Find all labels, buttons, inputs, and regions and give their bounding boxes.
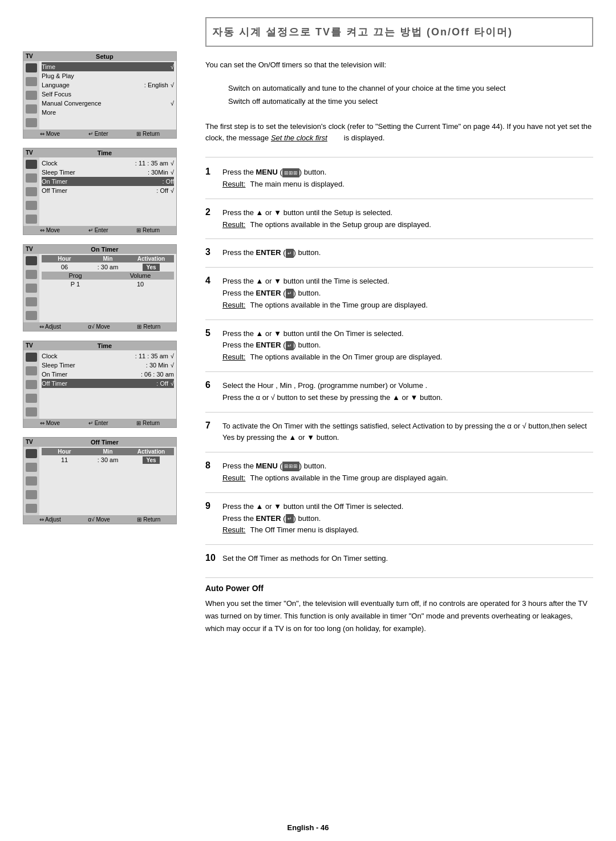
tv-offtimer-header: Hour Min Activation [42,448,174,455]
tv-row-language: Language : : EnglishEnglish √ [42,80,174,90]
tv-icon-4c [26,380,37,389]
divider-10 [205,544,593,545]
left-column: TV Setup Time √ Plug & Play [23,17,194,635]
tv-icon-5d [26,490,37,499]
tv-icon-3e [26,311,37,320]
tv-icon-1b [26,77,37,86]
tv-row2-ontimer: On Timer : 06 : 30 am [42,370,174,379]
tv-box-ontimer-title: TV On Timer [23,245,176,254]
tv-icon-2e [26,215,37,224]
tv-icon-2b [26,173,37,183]
tv-icon-4d [26,394,37,403]
auto-power-section: Auto Power Off When you set the timer "O… [205,577,593,635]
tv-row-sleep: Sleep Timer : 30Min √ [42,168,174,177]
tv-icon-5e [26,504,37,513]
tv-icon-2c [26,187,37,196]
tv-box-offtimer: TV Off Timer Hour Min Activation [23,437,177,524]
tv-icon-5b [26,463,37,472]
tv-box-offtimer-content: Hour Min Activation 11 : 30 am Yes [39,447,176,515]
intro-bullets: Switch on automatically and tune to the … [228,82,593,108]
tv-icon-2d [26,201,37,210]
tv-offtimer-data: 11 : 30 am Yes [42,455,174,464]
tv-box-time1-title: TV Time [23,148,176,157]
step-3: 3 Press the ENTER (↵) button. [205,247,593,259]
tv-ontimer-data1: 06 : 30 am Yes [42,262,174,272]
divider-7 [205,412,593,413]
tv-icons-col-3 [23,254,39,322]
divider-1 [205,157,593,157]
tv-row-clock: Clock : 11 : 35 am √ [42,159,174,168]
step-1: 1 Press the MENU (⊞⊞⊞) button. Result: T… [205,167,593,191]
tv-icon-3b [26,270,37,279]
tv-row2-sleep: Sleep Timer : 30 Min √ [42,361,174,370]
intro-para1: The first step is to set the television'… [205,121,593,145]
step-6: 6 Select the Hour , Min , Prog. (program… [205,380,593,404]
tv-box-setup: TV Setup Time √ Plug & Play [23,51,177,139]
tv-ontimer-data2: P 1 10 [42,280,174,289]
step-5: 5 Press the ▲ or ▼ button until the On T… [205,328,593,363]
tv-icon-4b [26,366,37,375]
tv-row2-offtimer: Off Timer : Off √ [42,379,174,388]
tv-box-offtimer-footer: ⇔ Adjust α√ Move ⊞ Return [23,515,176,524]
tv-icon-5c [26,476,37,486]
tv-row-more: More [42,108,174,117]
tv-icons-col-5 [23,447,39,515]
divider-4 [205,267,593,268]
step-4: 4 Press the ▲ or ▼ button until the Time… [205,276,593,311]
tv-icon-3a [26,256,37,265]
tv-box-time1-content: Clock : 11 : 35 am √ Sleep Timer : 30Min… [39,157,176,226]
tv-row-offtimer: Off Timer : Off √ [42,186,174,195]
tv-box-time1-footer: ⇔ Move ↵ Enter ⊞ Return [23,226,176,234]
divider-2 [205,199,593,199]
tv-box-setup-footer: ⇔ Move ↵ Enter ⊞ Return [23,130,176,138]
tv-row-time: Time √ [42,62,174,71]
divider-3 [205,238,593,239]
step-7: 7 To activate the On Timer with the sett… [205,420,593,444]
tv-icons-col-1 [23,61,39,130]
tv-row-manualconv: Manual Convergence √ [42,99,174,108]
tv-box-setup-title: TV Setup [23,52,176,61]
tv-box-time2-content: Clock : 11 : 35 am √ Sleep Timer : 30 Mi… [39,350,176,419]
tv-row-selffocus: Self Focus [42,90,174,99]
tv-icon-4a [26,353,37,362]
tv-ontimer-header: Hour Min Activation [42,255,174,262]
tv-row-ontimer: On Timer : Off [42,177,174,186]
tv-icon-3d [26,297,37,306]
tv-icon-1a [26,63,37,72]
tv-row2-clock: Clock : 11 : 35 am √ [42,351,174,361]
page-title: 자동 시계 설정으로 TV를 켜고 끄는 방법 (On/Off 타이머) [205,17,593,47]
auto-power-text: When you set the timer "On", the televis… [205,597,593,635]
tv-ontimer-subrow: Prog Volume [42,272,174,280]
step-10: 10 Set the Off Timer as methods for On T… [205,553,593,565]
step-2: 2 Press the ▲ or ▼ button until the Setu… [205,207,593,231]
intro-text: You can set the On/Off timers so that th… [205,59,593,71]
step-9: 9 Press the ▲ or ▼ button until the Off … [205,501,593,536]
tv-box-time1: TV Time Clock : 11 : 35 am √ [23,148,177,235]
tv-box-ontimer: TV On Timer Hour Min Activation [23,244,177,331]
divider-8 [205,452,593,452]
tv-icon-1c [26,91,37,100]
tv-icon-4e [26,407,37,417]
page-footer: English - 46 [0,814,616,841]
tv-icons-col-4 [23,350,39,419]
tv-icon-1d [26,104,37,114]
tv-box-ontimer-content: Hour Min Activation 06 : 30 am Yes Prog … [39,254,176,322]
divider-9 [205,492,593,493]
tv-icons-col-2 [23,157,39,226]
tv-icon-2a [26,160,37,169]
tv-box-setup-content: Time √ Plug & Play Language : : EnglishE… [39,61,176,130]
tv-box-ontimer-footer: ⇔ Adjust α√ Move ⊞ Return [23,322,176,331]
auto-power-title: Auto Power Off [205,584,593,593]
tv-row-plug: Plug & Play [42,71,174,80]
tv-box-offtimer-title: TV Off Timer [23,438,176,447]
steps-section: 1 Press the MENU (⊞⊞⊞) button. Result: T… [205,167,593,565]
tv-box-time2-footer: ⇔ Move ↵ Enter ⊞ Return [23,419,176,427]
tv-box-time2: TV Time Clock : 11 : 35 am √ [23,341,177,428]
step-8: 8 Press the MENU (⊞⊞⊞) button. Result: T… [205,460,593,484]
tv-icon-1e [26,118,37,127]
divider-6 [205,371,593,372]
divider-5 [205,320,593,320]
tv-icon-3c [26,284,37,293]
right-column: 자동 시계 설정으로 TV를 켜고 끄는 방법 (On/Off 타이머) You… [205,17,593,635]
tv-box-time2-title: TV Time [23,341,176,350]
